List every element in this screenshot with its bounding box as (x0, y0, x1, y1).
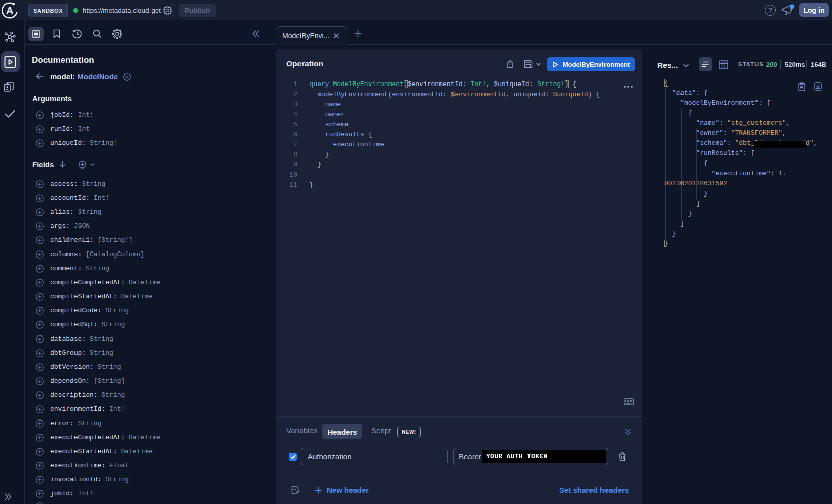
svg-text:A: A (6, 5, 13, 16)
